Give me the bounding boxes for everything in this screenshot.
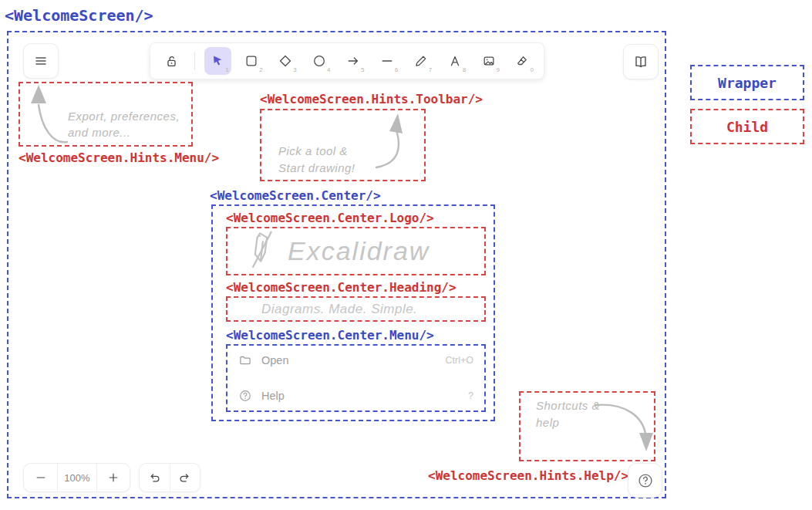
image-icon — [482, 54, 496, 68]
question-circle-icon — [238, 389, 252, 403]
tool-ellipse[interactable]: 4 — [306, 47, 333, 75]
book-icon — [633, 54, 649, 69]
zoom-in-button[interactable] — [96, 464, 130, 491]
tool-draw[interactable]: 7 — [407, 47, 434, 75]
undo-icon — [148, 471, 161, 485]
legend-child-label: Child — [726, 119, 768, 135]
legend-wrapper-label: Wrapper — [718, 75, 777, 91]
main-menu-button[interactable] — [23, 43, 59, 79]
center-menu-label: <WelcomeScreen.Center.Menu/> — [226, 328, 434, 343]
minus-icon — [35, 471, 47, 484]
help-hint-text-line1: Shortcuts & — [536, 399, 600, 412]
toolbar-divider — [194, 52, 195, 70]
menu-item-label: Open — [261, 354, 288, 366]
plus-icon — [107, 471, 120, 484]
pencil-icon — [414, 54, 428, 68]
zoom-out-button[interactable] — [24, 464, 57, 491]
library-button[interactable] — [623, 44, 659, 79]
hints-help-label: <WelcomeScreen.Hints.Help/> — [428, 468, 628, 483]
unlock-icon — [164, 54, 179, 69]
menu-item-shortcut: ? — [468, 390, 473, 401]
ellipse-icon — [312, 54, 326, 68]
zoom-controls: 100% — [23, 463, 130, 492]
page-title: <WelcomeScreen/> — [5, 6, 153, 25]
center-logo-label: <WelcomeScreen.Center.Logo/> — [226, 211, 434, 225]
center-heading-box: Diagrams. Made. Simple. — [226, 296, 486, 322]
center-heading-label: <WelcomeScreen.Center.Heading/> — [226, 280, 457, 295]
excalidraw-pencil-icon — [246, 229, 277, 274]
help-hint-text-line2: help — [536, 416, 559, 429]
lock-tool-button[interactable] — [158, 47, 185, 75]
welcome-screen-wrapper: 1 2 3 4 — [7, 31, 666, 498]
help-question-icon — [637, 472, 654, 489]
tool-key: 8 — [463, 66, 466, 73]
toolbar-hint-text-line2: Start drawing! — [278, 161, 355, 174]
eraser-icon — [515, 54, 529, 68]
redo-icon — [178, 471, 191, 485]
arrow-icon — [346, 54, 360, 68]
zoom-level-value: 100% — [57, 464, 96, 491]
tool-key: 2 — [259, 66, 262, 73]
center-box: <WelcomeScreen.Center.Logo/> Excalidraw … — [211, 204, 495, 421]
center-menu-box: Open Ctrl+O Help ? — [226, 344, 486, 412]
tool-arrow[interactable]: 5 — [340, 47, 367, 75]
tool-eraser[interactable]: 0 — [509, 47, 536, 75]
redo-button[interactable] — [170, 464, 200, 491]
tool-key: 1 — [225, 66, 228, 73]
menu-item-help[interactable]: Help ? — [238, 389, 473, 403]
legend-child-box: Child — [690, 109, 804, 144]
hamburger-icon — [33, 53, 49, 69]
excalidraw-logo-text: Excalidraw — [288, 236, 430, 266]
tool-diamond[interactable]: 3 — [272, 47, 299, 75]
line-icon — [380, 54, 394, 68]
tool-text[interactable]: 8 — [441, 47, 468, 75]
hints-menu-label: <WelcomeScreen.Hints.Menu/> — [19, 150, 219, 165]
undo-button[interactable] — [140, 464, 170, 491]
tool-key: 4 — [327, 66, 330, 73]
diamond-icon — [278, 54, 292, 68]
tool-key: 5 — [361, 66, 364, 73]
tool-key: 3 — [293, 66, 296, 73]
hints-toolbar-label: <WelcomeScreen.Hints.Toolbar/> — [260, 92, 483, 106]
selection-cursor-icon — [211, 54, 224, 68]
menu-hint-text-line2: and more... — [68, 126, 130, 139]
text-icon — [448, 54, 462, 68]
history-controls — [139, 463, 200, 492]
menu-item-open[interactable]: Open Ctrl+O — [238, 353, 473, 367]
tool-image[interactable]: 9 — [475, 47, 502, 75]
menu-item-label: Help — [261, 390, 285, 402]
menu-item-shortcut: Ctrl+O — [446, 355, 473, 366]
tool-rectangle[interactable]: 2 — [238, 47, 265, 75]
tool-key: 7 — [429, 66, 432, 73]
tool-line[interactable]: 6 — [373, 47, 400, 75]
tool-key: 9 — [497, 66, 500, 73]
center-logo-box: Excalidraw — [226, 227, 486, 275]
center-label: <WelcomeScreen.Center/> — [210, 188, 381, 203]
toolbar-hint-text-line1: Pick a tool & — [278, 144, 348, 157]
center-heading-text: Diagrams. Made. Simple. — [261, 302, 417, 317]
menu-hint-text-line1: Export, preferences, — [68, 110, 180, 123]
folder-icon — [238, 353, 252, 367]
tool-selection[interactable]: 1 — [204, 47, 231, 75]
tool-key: 0 — [530, 66, 533, 73]
rectangle-icon — [244, 54, 258, 68]
help-button[interactable] — [628, 463, 662, 498]
toolbar: 1 2 3 4 — [150, 42, 544, 79]
legend-wrapper-box: Wrapper — [690, 65, 804, 100]
tool-key: 6 — [395, 66, 398, 73]
